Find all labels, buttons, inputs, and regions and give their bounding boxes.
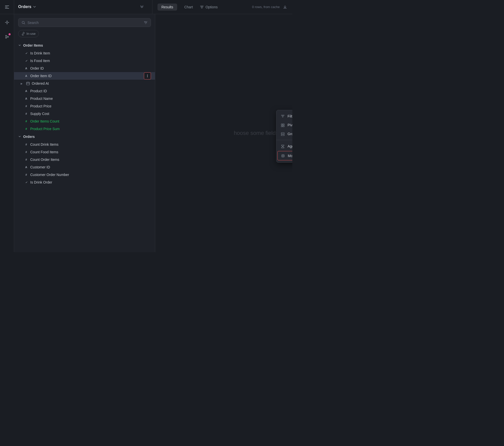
field-order-id[interactable]: A Order ID [14,65,155,72]
number-type-icon: # [24,112,28,115]
search-icon [21,21,25,25]
svg-rect-15 [281,126,282,127]
field-name-label: Count Food Items [30,150,58,154]
page-title: Orders [18,5,31,9]
context-menu-primary: Filter Pivot [276,110,292,163]
number-type-icon: # [24,173,28,176]
boolean-type-icon: ✓ [24,60,28,62]
top-right-area: Results Chart Options 0 rows, from cache [152,0,293,14]
notification-badge [9,33,11,35]
options-button[interactable]: Options [200,5,217,9]
number-type-icon: # [24,143,28,146]
dropdown-arrow-icon[interactable] [33,5,36,9]
field-name-label: Is Drink Order [30,180,52,184]
field-ordered-at[interactable]: ▶ Ordered At [14,80,155,87]
field-customer-order-number[interactable]: # Customer Order Number [14,171,155,179]
section-orders[interactable]: Orders [14,133,155,141]
collapse-arrow-icon [18,135,21,138]
svg-rect-12 [26,82,29,85]
field-name-label: Is Drink Item [30,51,50,55]
field-name-label: Ordered At [32,81,49,85]
sidebar-toggle-area [0,0,14,14]
text-type-icon: A [24,67,28,70]
ctx-filter[interactable]: Filter [276,112,292,121]
field-count-order-items[interactable]: # Count Order Items [14,156,155,163]
in-use-button[interactable]: In-use [18,30,39,37]
text-type-icon: A [24,74,28,77]
options-icon [200,5,204,9]
number-type-icon: # [24,151,28,154]
svg-rect-17 [281,133,284,134]
filter-settings-icon[interactable] [144,20,148,25]
ctx-separator [276,140,292,140]
field-product-id[interactable]: A Product ID [14,87,155,95]
field-is-drink-item[interactable]: ✓ Is Drink Item [14,49,155,57]
field-count-drink-items[interactable]: # Count Drink Items [14,141,155,148]
field-name-label: Order ID [30,66,44,70]
svg-point-7 [145,21,145,22]
three-dot-button[interactable] [144,72,151,79]
field-order-items-count[interactable]: # Order Items Count [14,117,155,125]
field-name-label: Product Name [30,97,53,101]
field-name-label: Supply Cost [30,112,49,116]
svg-rect-18 [281,134,284,136]
filter-icon [280,114,285,118]
branch-icon-btn[interactable] [3,32,12,41]
field-name-label: Customer ID [30,165,50,169]
download-icon[interactable] [283,5,287,9]
ctx-modeling[interactable]: Modeling › [277,151,292,160]
section-label: Orders [23,135,35,139]
group-icon [280,132,285,136]
text-type-icon: A [24,97,28,100]
three-dot-icon [146,74,149,78]
collapse-icon[interactable] [140,5,148,9]
text-type-icon: A [24,166,28,169]
field-is-drink-order[interactable]: ✓ Is Drink Order [14,179,155,186]
section-order-items[interactable]: Order Items [14,41,155,49]
number-type-icon: # [24,105,28,108]
svg-rect-16 [283,126,284,127]
icon-sidebar [0,14,14,252]
field-product-name[interactable]: A Product Name [14,95,155,102]
svg-rect-2 [5,8,9,9]
field-count-food-items[interactable]: # Count Food Items [14,148,155,156]
text-type-icon: A [24,90,28,93]
search-input[interactable] [27,21,142,25]
modeling-icon [281,154,285,158]
ctx-pivot[interactable]: Pivot [276,121,292,129]
number-type-icon: # [24,158,28,161]
field-product-price-sum[interactable]: # Product Price Sum [14,125,155,133]
svg-rect-13 [281,124,282,125]
pivot-icon [280,123,285,127]
number-green-type-icon: # [24,120,28,123]
ctx-group[interactable]: Group [276,130,292,138]
rows-info: 0 rows, from cache [252,5,280,9]
svg-rect-14 [283,124,284,125]
field-product-price[interactable]: # Product Price [14,102,155,110]
field-name-label: Product Price [30,104,51,108]
expand-icon: ▶ [21,82,23,85]
chart-tab[interactable]: Chart [180,4,197,11]
field-name-label: Product Price Sum [30,127,60,131]
svg-rect-1 [5,7,8,7]
boolean-type-icon: ✓ [24,52,28,55]
field-name-label: Count Order Items [30,158,59,162]
search-bar [18,18,151,27]
svg-point-9 [147,75,148,75]
boolean-type-icon: ✓ [24,181,28,184]
results-tab[interactable]: Results [158,4,177,11]
svg-point-5 [8,36,9,37]
ctx-aggregates[interactable]: Aggregates › [276,142,292,151]
sparkle-icon-btn[interactable] [3,18,12,27]
field-is-food-item[interactable]: ✓ Is Food Item [14,57,155,65]
svg-point-4 [6,37,7,38]
field-supply-cost[interactable]: # Supply Cost [14,110,155,117]
svg-point-3 [6,35,7,36]
page-title-area: Orders [14,5,152,9]
field-customer-id[interactable]: A Customer ID [14,163,155,171]
number-green-type-icon: # [24,127,28,130]
svg-point-8 [146,22,147,23]
sidebar-icon[interactable] [5,5,10,10]
field-name-label: Order Item ID [30,74,52,78]
field-order-item-id[interactable]: A Order Item ID [14,72,155,80]
